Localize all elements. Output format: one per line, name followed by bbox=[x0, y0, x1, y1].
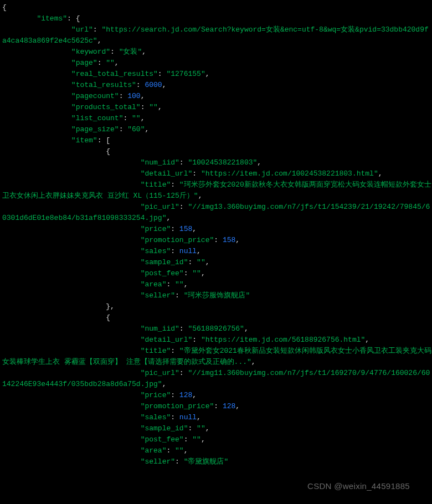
json-code-block: { "items": { "url": "https://search.jd.c… bbox=[0, 0, 432, 467]
watermark-label: CSDN @weixin_44591885 bbox=[307, 481, 410, 491]
